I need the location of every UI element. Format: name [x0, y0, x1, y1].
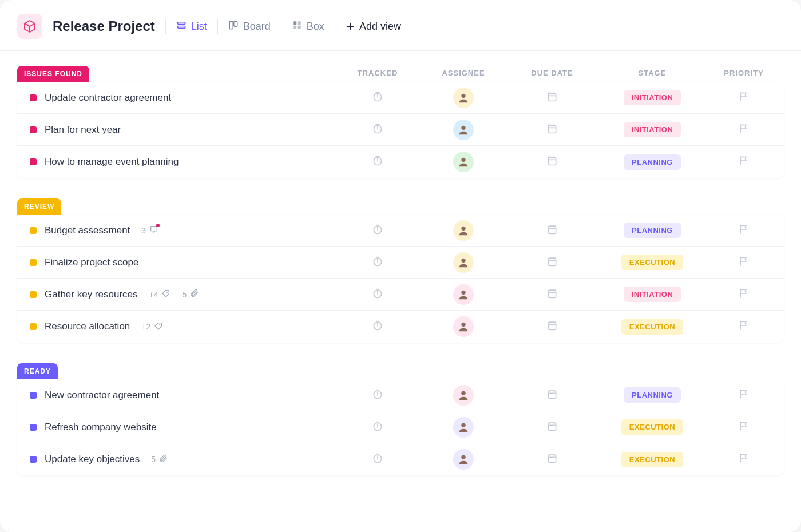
due-date-cell[interactable]	[509, 91, 595, 105]
task-rows: Update contractor agreementINITIATIONPla…	[17, 82, 784, 178]
calendar-icon	[546, 91, 558, 105]
due-date-cell[interactable]	[509, 420, 595, 434]
assignee-cell[interactable]	[418, 385, 509, 406]
status-square[interactable]	[30, 158, 37, 165]
task-title: Budget assessment	[45, 225, 130, 236]
group-label[interactable]: REVIEW	[17, 198, 61, 215]
task-row[interactable]: Refresh company websiteEXECUTION	[17, 411, 784, 443]
project-icon	[17, 14, 42, 39]
attachment-count[interactable]: 5	[182, 289, 199, 300]
priority-cell[interactable]	[709, 452, 778, 466]
attachment-count[interactable]: 5	[151, 454, 168, 465]
stage-pill: PLANNING	[624, 387, 681, 403]
status-square[interactable]	[30, 94, 37, 101]
tracked-cell[interactable]	[338, 224, 418, 237]
priority-cell[interactable]	[709, 155, 778, 169]
group-review: REVIEWBudget assessment3 PLANNINGFinaliz…	[17, 198, 784, 343]
svg-rect-22	[548, 258, 556, 265]
assignee-cell[interactable]	[418, 449, 509, 470]
priority-cell[interactable]	[709, 123, 778, 137]
task-row[interactable]: Budget assessment3 PLANNING	[17, 215, 784, 247]
stage-cell[interactable]: PLANNING	[595, 223, 709, 238]
due-date-cell[interactable]	[509, 224, 595, 237]
task-row[interactable]: Update key objectives5 EXECUTION	[17, 443, 784, 475]
group-label[interactable]: ISSUES FOUND	[17, 66, 89, 82]
status-square[interactable]	[30, 227, 37, 234]
stage-cell[interactable]: PLANNING	[595, 154, 709, 170]
stage-cell[interactable]: EXECUTION	[595, 255, 709, 270]
task-rows: New contractor agreementPLANNINGRefresh …	[17, 379, 784, 475]
due-date-cell[interactable]	[509, 320, 595, 334]
priority-cell[interactable]	[709, 420, 778, 434]
assignee-cell[interactable]	[418, 316, 509, 337]
status-square[interactable]	[30, 323, 37, 330]
task-row[interactable]: New contractor agreementPLANNING	[17, 379, 784, 411]
task-row[interactable]: Update contractor agreementINITIATION	[17, 82, 784, 114]
svg-point-29	[461, 323, 465, 327]
task-row[interactable]: Resource allocation+2 EXECUTION	[17, 311, 784, 343]
stage-cell[interactable]: EXECUTION	[595, 419, 709, 435]
due-date-cell[interactable]	[509, 123, 595, 137]
assignee-cell[interactable]	[418, 417, 509, 438]
svg-point-9	[461, 93, 465, 97]
stage-cell[interactable]: PLANNING	[595, 387, 709, 403]
task-row[interactable]: How to manage event planningPLANNING	[17, 146, 784, 178]
priority-cell[interactable]	[709, 91, 778, 105]
priority-cell[interactable]	[709, 288, 778, 301]
assignee-cell[interactable]	[418, 252, 509, 273]
assignee-cell[interactable]	[418, 120, 509, 140]
view-tab-board[interactable]: Board	[228, 20, 271, 33]
task-row[interactable]: Gather key resources+4 5 INITIATION	[17, 279, 784, 311]
add-view-button[interactable]: Add view	[346, 21, 401, 33]
tracked-cell[interactable]	[338, 320, 418, 334]
priority-cell[interactable]	[709, 256, 778, 269]
status-square[interactable]	[30, 126, 37, 133]
tracked-cell[interactable]	[338, 388, 418, 402]
svg-point-18	[461, 226, 465, 230]
due-date-cell[interactable]	[509, 256, 595, 269]
assignee-cell[interactable]	[418, 220, 509, 241]
stage-pill: EXECUTION	[621, 452, 683, 467]
status-square[interactable]	[30, 259, 37, 266]
assignee-cell[interactable]	[418, 284, 509, 305]
status-square[interactable]	[30, 392, 37, 399]
assignee-cell[interactable]	[418, 152, 509, 172]
group-label[interactable]: READY	[17, 363, 58, 379]
content: ISSUES FOUNDTRACKEDASSIGNEEDUE DATESTAGE…	[0, 51, 801, 532]
assignee-cell[interactable]	[418, 88, 509, 108]
column-header: TRACKED	[338, 69, 418, 82]
tracked-cell[interactable]	[338, 91, 418, 105]
stage-cell[interactable]: INITIATION	[595, 287, 709, 302]
view-tab-list[interactable]: List	[176, 20, 207, 33]
due-date-cell[interactable]	[509, 288, 595, 301]
status-square[interactable]	[30, 456, 37, 463]
stage-cell[interactable]: INITIATION	[595, 90, 709, 105]
priority-cell[interactable]	[709, 388, 778, 402]
due-date-cell[interactable]	[509, 388, 595, 402]
tracked-cell[interactable]	[338, 155, 418, 169]
stage-cell[interactable]: EXECUTION	[595, 319, 709, 335]
stage-cell[interactable]: INITIATION	[595, 122, 709, 137]
stage-cell[interactable]: EXECUTION	[595, 452, 709, 467]
priority-cell[interactable]	[709, 224, 778, 237]
task-row[interactable]: Plan for next yearINITIATION	[17, 114, 784, 146]
status-square[interactable]	[30, 424, 37, 431]
comment-count[interactable]: 3	[141, 225, 158, 236]
status-square[interactable]	[30, 291, 37, 298]
due-date-cell[interactable]	[509, 155, 595, 169]
tag-count[interactable]: +4	[149, 289, 171, 300]
divider	[165, 19, 166, 34]
tracked-cell[interactable]	[338, 420, 418, 434]
task-title: New contractor agreement	[45, 390, 159, 401]
tracked-cell[interactable]	[338, 288, 418, 301]
tracked-cell[interactable]	[338, 452, 418, 466]
tracked-cell[interactable]	[338, 256, 418, 269]
tracked-cell[interactable]	[338, 123, 418, 137]
tag-count[interactable]: +2	[141, 321, 163, 332]
view-tab-box[interactable]: Box	[292, 20, 324, 33]
due-date-cell[interactable]	[509, 452, 595, 466]
attachment-icon	[190, 289, 199, 300]
divider	[335, 19, 335, 34]
priority-cell[interactable]	[709, 320, 778, 334]
task-row[interactable]: Finalize project scopeEXECUTION	[17, 247, 784, 279]
